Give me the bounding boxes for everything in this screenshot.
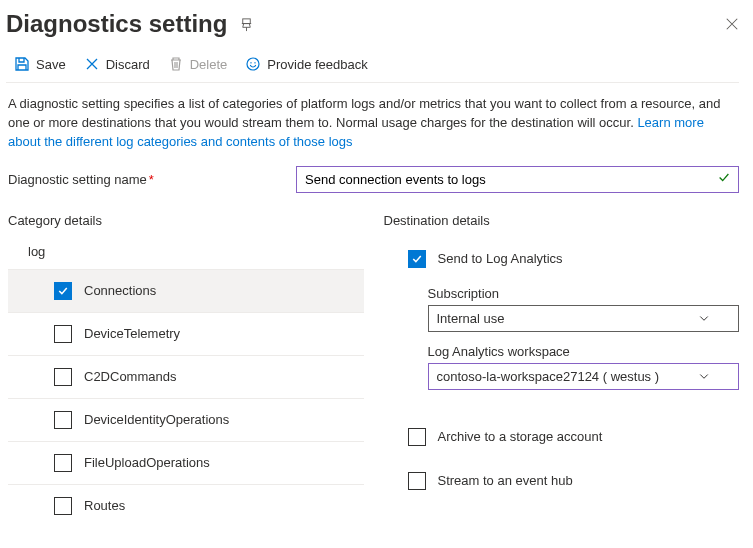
log-item-label: FileUploadOperations	[84, 455, 210, 470]
svg-rect-0	[243, 18, 251, 23]
dest-label: Archive to a storage account	[438, 429, 603, 444]
description-text: A diagnostic setting specifies a list of…	[8, 96, 720, 130]
dest-label: Send to Log Analytics	[438, 251, 563, 266]
log-subhead: log	[8, 244, 364, 269]
dest-label: Stream to an event hub	[438, 473, 573, 488]
setting-name-label: Diagnostic setting name*	[8, 172, 288, 187]
log-item-label: Connections	[84, 283, 156, 298]
subscription-value: Internal use	[437, 311, 505, 326]
setting-name-input[interactable]	[296, 166, 739, 193]
save-button[interactable]: Save	[14, 56, 66, 72]
save-label: Save	[36, 57, 66, 72]
dest-storage[interactable]: Archive to a storage account	[384, 422, 740, 452]
checkbox-icon	[54, 411, 72, 429]
dest-eventhub[interactable]: Stream to an event hub	[384, 466, 740, 496]
pin-icon[interactable]	[239, 17, 254, 32]
dest-log-analytics[interactable]: Send to Log Analytics	[384, 244, 740, 274]
subscription-select[interactable]: Internal use	[428, 305, 740, 332]
chevron-down-icon	[698, 370, 710, 382]
log-item-fileuploadoperations[interactable]: FileUploadOperations	[8, 442, 364, 485]
log-item-routes[interactable]: Routes	[8, 485, 364, 527]
log-item-devicetelemetry[interactable]: DeviceTelemetry	[8, 313, 364, 356]
log-item-label: DeviceTelemetry	[84, 326, 180, 341]
workspace-label: Log Analytics workspace	[428, 344, 740, 359]
log-item-label: Routes	[84, 498, 125, 513]
feedback-label: Provide feedback	[267, 57, 367, 72]
workspace-value: contoso-la-workspace27124 ( westus )	[437, 369, 660, 384]
svg-point-1	[247, 58, 259, 70]
valid-check-icon	[717, 171, 731, 188]
checkbox-icon	[408, 472, 426, 490]
log-item-c2dcommands[interactable]: C2DCommands	[8, 356, 364, 399]
log-item-connections[interactable]: Connections	[8, 269, 364, 313]
checkbox-icon	[54, 497, 72, 515]
checkbox-icon	[54, 282, 72, 300]
log-item-label: DeviceIdentityOperations	[84, 412, 229, 427]
chevron-down-icon	[698, 312, 710, 324]
checkbox-icon	[408, 250, 426, 268]
log-category-list: Connections DeviceTelemetry C2DCommands …	[8, 269, 364, 527]
required-indicator: *	[149, 172, 154, 187]
category-details-title: Category details	[8, 213, 364, 228]
log-item-label: C2DCommands	[84, 369, 176, 384]
discard-label: Discard	[106, 57, 150, 72]
checkbox-icon	[54, 368, 72, 386]
discard-button[interactable]: Discard	[84, 56, 150, 72]
log-item-deviceidentityoperations[interactable]: DeviceIdentityOperations	[8, 399, 364, 442]
delete-label: Delete	[190, 57, 228, 72]
page-title: Diagnostics setting	[6, 10, 227, 38]
checkbox-icon	[54, 325, 72, 343]
workspace-select[interactable]: contoso-la-workspace27124 ( westus )	[428, 363, 740, 390]
feedback-button[interactable]: Provide feedback	[245, 56, 367, 72]
delete-button: Delete	[168, 56, 228, 72]
checkbox-icon	[54, 454, 72, 472]
toolbar: Save Discard Delete Provide feedback	[6, 46, 739, 83]
checkbox-icon	[408, 428, 426, 446]
close-icon[interactable]	[725, 17, 739, 31]
description: A diagnostic setting specifies a list of…	[6, 95, 739, 152]
destination-details-title: Destination details	[384, 213, 740, 228]
subscription-label: Subscription	[428, 286, 740, 301]
